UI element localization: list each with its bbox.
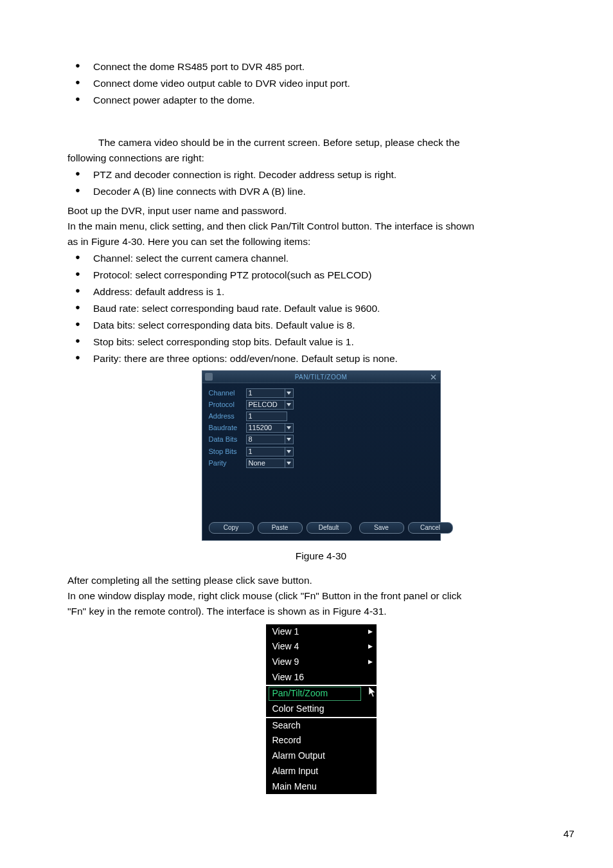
body-text: as in Figure 4-30. Here you can set the … bbox=[67, 234, 574, 249]
cancel-button[interactable]: Cancel bbox=[408, 522, 453, 534]
paste-button[interactable]: Paste bbox=[258, 522, 303, 534]
menu-item-view1[interactable]: View 1▶ bbox=[266, 624, 377, 640]
parity-select[interactable]: None bbox=[246, 458, 294, 468]
baudrate-select[interactable]: 115200 bbox=[246, 423, 294, 433]
close-icon[interactable] bbox=[430, 373, 438, 381]
chevron-down-icon bbox=[285, 389, 293, 397]
chevron-down-icon bbox=[285, 401, 293, 409]
address-input[interactable]: 1 bbox=[246, 411, 287, 421]
list-item: Data bits: select corresponding data bit… bbox=[67, 318, 574, 333]
menu-item-view9[interactable]: View 9▶ bbox=[266, 655, 377, 670]
chevron-down-icon bbox=[285, 459, 293, 467]
baudrate-label: Baudrate bbox=[209, 422, 246, 433]
body-text: After completing all the setting please … bbox=[67, 573, 574, 588]
databits-select[interactable]: 8 bbox=[246, 435, 294, 444]
ptz-titlebar: PAN/TILT/ZOOM bbox=[202, 371, 440, 383]
list-item: Connect the dome RS485 port to DVR 485 p… bbox=[67, 59, 574, 75]
copy-button[interactable]: Copy bbox=[209, 522, 254, 534]
menu-item-mainmenu[interactable]: Main Menu bbox=[266, 779, 377, 795]
list-item: Stop bits: select corresponding stop bit… bbox=[67, 334, 574, 350]
chevron-right-icon: ▶ bbox=[368, 658, 373, 667]
body-text: In one window display mode, right click … bbox=[67, 588, 574, 604]
intro-bullet-list: Connect the dome RS485 port to DVR 485 p… bbox=[67, 59, 574, 108]
mouse-cursor-icon bbox=[368, 686, 378, 698]
context-menu: View 1▶ View 4▶ View 9▶ View 16 Pan/Tilt… bbox=[265, 623, 378, 796]
channel-select[interactable]: 1 bbox=[246, 388, 294, 398]
page-number: 47 bbox=[67, 826, 574, 842]
list-item: Connect power adapter to the dome. bbox=[67, 93, 574, 108]
chevron-down-icon bbox=[285, 424, 293, 432]
list-item: PTZ and decoder connection is right. Dec… bbox=[67, 167, 574, 183]
settings-bullet-list: Channel: select the current camera chann… bbox=[67, 251, 574, 366]
check-bullet-list: PTZ and decoder connection is right. Dec… bbox=[67, 167, 574, 199]
chevron-down-icon bbox=[285, 435, 293, 444]
menu-item-colorsetting[interactable]: Color Setting bbox=[266, 701, 377, 717]
save-button[interactable]: Save bbox=[359, 522, 404, 534]
body-text: following connections are right: bbox=[67, 150, 574, 166]
menu-item-pantiltzoom[interactable]: Pan/Tilt/Zoom bbox=[266, 686, 377, 701]
databits-label: Data Bits bbox=[209, 434, 246, 445]
menu-item-view4[interactable]: View 4▶ bbox=[266, 639, 377, 655]
stopbits-select[interactable]: 1 bbox=[246, 447, 294, 457]
menu-item-record[interactable]: Record bbox=[266, 733, 377, 748]
list-item: Parity: there are three options: odd/eve… bbox=[67, 351, 574, 366]
address-label: Address bbox=[209, 411, 246, 422]
default-button[interactable]: Default bbox=[306, 522, 351, 534]
list-item: Decoder A (B) line connects with DVR A (… bbox=[67, 184, 574, 199]
protocol-select[interactable]: PELCOD bbox=[246, 400, 294, 410]
menu-item-alarmoutput[interactable]: Alarm Output bbox=[266, 748, 377, 764]
app-icon bbox=[205, 373, 213, 381]
list-item: Protocol: select corresponding PTZ proto… bbox=[67, 267, 574, 283]
ptz-dialog: PAN/TILT/ZOOM Channel 1 Protocol PELCOD bbox=[202, 370, 441, 540]
menu-item-alarminput[interactable]: Alarm Input bbox=[266, 764, 377, 779]
chevron-right-icon: ▶ bbox=[368, 628, 373, 637]
body-text: The camera video should be in the curren… bbox=[67, 135, 574, 150]
channel-label: Channel bbox=[209, 388, 246, 399]
parity-label: Parity bbox=[209, 458, 246, 469]
protocol-label: Protocol bbox=[209, 399, 246, 410]
list-item: Connect dome video output cable to DVR v… bbox=[67, 76, 574, 91]
menu-item-view16[interactable]: View 16 bbox=[266, 670, 377, 685]
menu-item-search[interactable]: Search bbox=[266, 718, 377, 734]
chevron-down-icon bbox=[285, 448, 293, 456]
body-text: Boot up the DVR, input user name and pas… bbox=[67, 203, 574, 219]
stopbits-label: Stop Bits bbox=[209, 446, 246, 457]
dialog-title: PAN/TILT/ZOOM bbox=[213, 372, 430, 383]
figure-caption: Figure 4-30 bbox=[67, 548, 574, 564]
body-text: In the main menu, click setting, and the… bbox=[67, 219, 574, 234]
list-item: Address: default address is 1. bbox=[67, 284, 574, 300]
chevron-right-icon: ▶ bbox=[368, 642, 373, 651]
list-item: Baud rate: select corresponding baud rat… bbox=[67, 301, 574, 316]
body-text: "Fn" key in the remote control). The int… bbox=[67, 604, 574, 619]
list-item: Channel: select the current camera chann… bbox=[67, 251, 574, 266]
